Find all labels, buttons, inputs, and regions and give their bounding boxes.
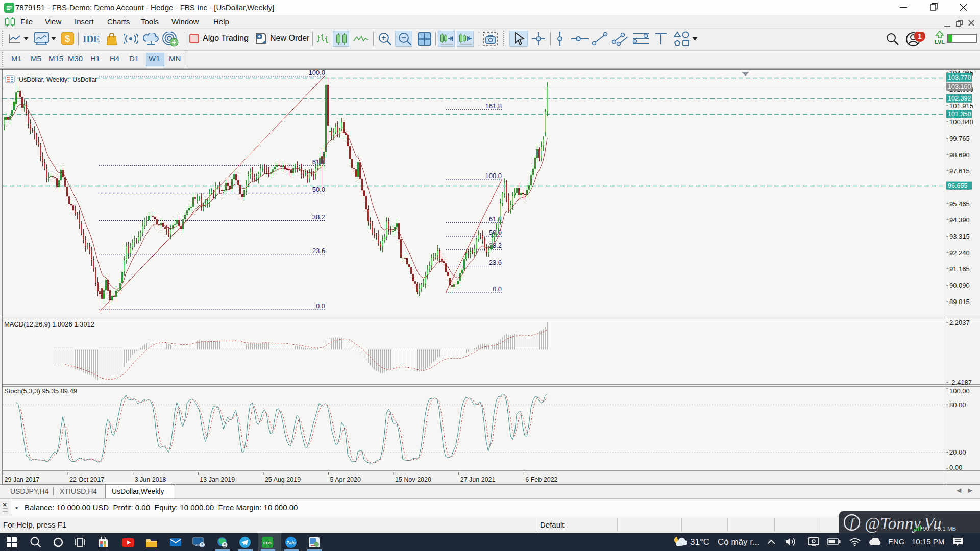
svg-text:2.2037: 2.2037 <box>949 319 970 327</box>
svg-text:80.00: 80.00 <box>949 401 966 409</box>
svg-text:29 Jan 2017: 29 Jan 2017 <box>5 476 40 483</box>
svg-text:100.00: 100.00 <box>949 387 970 395</box>
svg-text:0.0: 0.0 <box>316 302 325 310</box>
svg-text:99.765: 99.765 <box>949 135 970 142</box>
svg-text:100.840: 100.840 <box>949 118 973 126</box>
svg-text:0.00: 0.00 <box>949 464 962 471</box>
svg-text:22 Oct 2017: 22 Oct 2017 <box>69 476 104 483</box>
svg-text:97.615: 97.615 <box>949 167 970 175</box>
svg-text:100.0: 100.0 <box>485 172 502 180</box>
svg-text:92.240: 92.240 <box>949 249 970 257</box>
svg-text:103.770: 103.770 <box>948 74 971 81</box>
svg-text:IDE: IDE <box>83 34 100 43</box>
svg-text:89.015: 89.015 <box>949 298 970 306</box>
svg-text:6 Feb 2022: 6 Feb 2022 <box>525 476 557 483</box>
svg-text:20.00: 20.00 <box>949 448 966 456</box>
svg-text:LVL: LVL <box>935 39 945 45</box>
svg-text:161.8: 161.8 <box>485 102 502 110</box>
svg-text:f: f <box>850 515 855 530</box>
svg-text:0.0: 0.0 <box>493 285 502 293</box>
svg-text:5 Apr 2020: 5 Apr 2020 <box>330 476 361 483</box>
svg-text:UsDollar, Weekly: UsDollar: UsDollar, Weekly: UsDollar <box>19 76 97 83</box>
svg-text:95.465: 95.465 <box>949 200 970 208</box>
svg-text:38.2: 38.2 <box>312 213 325 221</box>
svg-text:93.315: 93.315 <box>949 233 970 240</box>
svg-text:15 Nov 2020: 15 Nov 2020 <box>395 476 431 483</box>
svg-text:1: 1 <box>918 32 922 40</box>
svg-text:50.0: 50.0 <box>312 186 325 193</box>
svg-text:100.0: 100.0 <box>308 69 325 77</box>
svg-text:$: $ <box>65 34 70 44</box>
svg-text:90.090: 90.090 <box>949 282 970 289</box>
svg-text:27 Jun 2021: 27 Jun 2021 <box>460 476 496 483</box>
svg-text:3 Jun 2018: 3 Jun 2018 <box>135 476 166 483</box>
svg-text:102.392: 102.392 <box>948 95 971 102</box>
svg-text:101.350: 101.350 <box>948 111 971 118</box>
svg-text:103.160: 103.160 <box>948 83 971 90</box>
svg-text:MACD(12,26,9) 1.8026 1.3012: MACD(12,26,9) 1.8026 1.3012 <box>4 320 94 328</box>
svg-text:Stoch(5,3,3) 95.35 89.49: Stoch(5,3,3) 95.35 89.49 <box>4 387 77 395</box>
svg-text:90.: / 0.1 MB: 90.: / 0.1 MB <box>923 525 957 532</box>
svg-text:94.390: 94.390 <box>949 216 970 224</box>
svg-text:13 Jan 2019: 13 Jan 2019 <box>200 476 235 483</box>
svg-text:23.6: 23.6 <box>312 247 325 255</box>
svg-text:101.915: 101.915 <box>949 102 973 110</box>
svg-text:91.165: 91.165 <box>949 265 970 273</box>
svg-text:98.690: 98.690 <box>949 151 970 159</box>
svg-text:-2.4187: -2.4187 <box>949 379 972 386</box>
svg-text:96.655: 96.655 <box>948 182 968 189</box>
svg-text:25 Aug 2019: 25 Aug 2019 <box>265 476 301 483</box>
svg-text:23.6: 23.6 <box>489 259 502 266</box>
